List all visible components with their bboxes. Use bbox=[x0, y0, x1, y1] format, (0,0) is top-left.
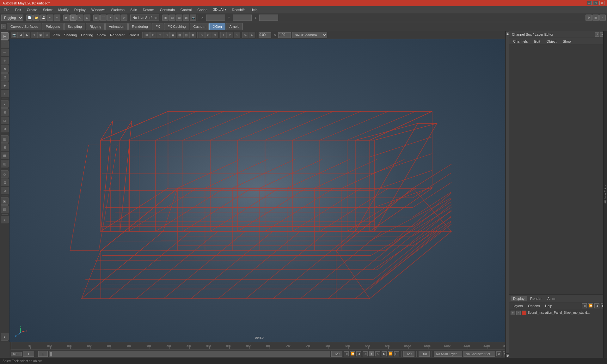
vp-iso3[interactable]: 3 bbox=[234, 32, 240, 38]
scale-btn[interactable]: ⊡ bbox=[84, 15, 90, 21]
scroll-down-btn[interactable]: ▼ bbox=[506, 354, 509, 357]
undo-btn[interactable]: ↩ bbox=[47, 15, 53, 21]
end-frame-input[interactable] bbox=[403, 351, 414, 357]
vp-icon-next[interactable]: ▶ bbox=[24, 32, 30, 38]
vp-btn6[interactable]: ▤ bbox=[177, 32, 183, 38]
layer-play-btn2[interactable]: ⏪ bbox=[588, 303, 593, 308]
render-btn[interactable]: ▣ bbox=[162, 15, 169, 21]
lasso-tool-btn[interactable]: ⌒ bbox=[1, 40, 9, 48]
panel-float-btn[interactable]: ↗ bbox=[595, 32, 599, 37]
universal-tool-btn[interactable]: ◈ bbox=[1, 82, 9, 89]
range-handle-left[interactable] bbox=[50, 352, 52, 356]
vp-btn2[interactable]: ⊟ bbox=[150, 32, 156, 38]
timeline-ruler[interactable]: 5 10 15 20 25 30 35 40 45 50 55 60 65 70… bbox=[11, 342, 508, 350]
menu-redshift[interactable]: Redshift bbox=[230, 7, 247, 12]
prev-frame-btn[interactable]: ⏪ bbox=[350, 351, 355, 356]
render1-btn[interactable]: ▣ bbox=[1, 197, 9, 205]
module-toggle[interactable]: ≡ bbox=[1, 24, 6, 29]
layer-tab-anim[interactable]: Anim bbox=[545, 296, 558, 301]
layer-playback-btn[interactable]: P bbox=[516, 311, 521, 315]
render2-btn2[interactable]: ▤ bbox=[1, 205, 9, 213]
snap-surface-btn2[interactable]: □ bbox=[1, 117, 9, 124]
tab-object[interactable]: Object bbox=[544, 39, 559, 44]
play-back-btn[interactable]: ◁ bbox=[363, 351, 368, 356]
snap-surface-btn[interactable]: □ bbox=[114, 15, 120, 21]
snap-grid-btn[interactable]: ⊞ bbox=[93, 15, 100, 21]
rewind-btn[interactable]: ⏮ bbox=[344, 351, 349, 356]
menu-windows[interactable]: Windows bbox=[89, 7, 108, 12]
anim-layer-select[interactable]: No Anim Layer bbox=[434, 351, 462, 357]
frame-input[interactable] bbox=[23, 351, 34, 357]
vp-menu-view[interactable]: View bbox=[51, 32, 62, 38]
menu-edit[interactable]: Edit bbox=[13, 7, 24, 12]
vp-cam1[interactable]: ◎ bbox=[242, 32, 248, 38]
rotate-tool-btn[interactable]: ↻ bbox=[1, 65, 9, 73]
settings-btn2[interactable]: ⊞ bbox=[592, 15, 599, 21]
minimize-button[interactable]: ─ bbox=[587, 1, 592, 5]
select-tool-btn[interactable]: ▶ bbox=[1, 32, 9, 40]
viewport-3d[interactable]: X Y Z persp bbox=[9, 39, 509, 342]
menu-skin[interactable]: Skin bbox=[128, 7, 139, 12]
menu-help[interactable]: Help bbox=[248, 7, 260, 12]
soft-mod-btn[interactable]: ○ bbox=[1, 90, 9, 97]
stop-btn[interactable]: ■ bbox=[369, 351, 374, 356]
range-start-input[interactable] bbox=[38, 351, 48, 357]
settings-btn3[interactable]: ≡ bbox=[599, 15, 606, 21]
open-btn[interactable]: 📂 bbox=[33, 15, 40, 21]
vp-input2[interactable] bbox=[278, 32, 291, 38]
vp-icon-light[interactable]: ☀ bbox=[44, 32, 50, 38]
layers-menu[interactable]: Layers bbox=[511, 303, 525, 309]
prev-key-btn[interactable]: ◀ bbox=[356, 351, 361, 356]
playback-range[interactable] bbox=[49, 351, 330, 357]
module-rendering[interactable]: Rendering bbox=[128, 23, 151, 30]
select-btn[interactable]: ▶ bbox=[63, 15, 70, 21]
play-fwd-btn[interactable]: ▷ bbox=[375, 351, 380, 356]
vp-menu-renderer[interactable]: Renderer bbox=[108, 32, 126, 38]
bottom-toggle[interactable]: ▾ bbox=[1, 333, 9, 341]
close-button[interactable]: ✕ bbox=[599, 1, 604, 5]
render4-btn[interactable]: ▩ bbox=[183, 15, 189, 21]
module-arnold[interactable]: Arnold bbox=[226, 23, 243, 30]
snap-pts-btn[interactable]: • bbox=[1, 100, 9, 108]
move-tool-btn[interactable]: ✛ bbox=[1, 57, 9, 64]
layer-play-btn3[interactable]: ◀ bbox=[594, 303, 599, 308]
menu-3dtoall[interactable]: 3DtoAll▾ bbox=[211, 7, 229, 12]
layout-btn[interactable]: ▦ bbox=[1, 135, 9, 143]
menu-control[interactable]: Control bbox=[178, 7, 194, 12]
scroll-track[interactable] bbox=[506, 35, 509, 353]
layer-tab-render[interactable]: Render bbox=[528, 296, 544, 301]
help-menu[interactable]: Help bbox=[543, 303, 554, 309]
vp-poly-btn[interactable]: ⊛ bbox=[205, 32, 212, 38]
cam-btn[interactable]: 📷 bbox=[190, 15, 196, 21]
mode-select[interactable]: Rigging bbox=[1, 15, 23, 21]
options-menu[interactable]: Options bbox=[526, 303, 542, 309]
y-field[interactable] bbox=[233, 15, 252, 21]
next-key-btn[interactable]: ▶ bbox=[382, 351, 387, 356]
module-fx-caching[interactable]: FX Caching bbox=[164, 23, 189, 30]
mel-label[interactable]: MEL bbox=[11, 352, 22, 356]
snap-grid-btn2[interactable]: ⊞ bbox=[1, 108, 9, 116]
snap-view-btn[interactable]: ◎ bbox=[121, 15, 127, 21]
module-custom[interactable]: Custom bbox=[190, 23, 209, 30]
vp-btn8[interactable]: ▦ bbox=[190, 32, 196, 38]
vp-icon-prev[interactable]: ◀ bbox=[17, 32, 24, 38]
menu-select[interactable]: Select bbox=[40, 7, 55, 12]
maximize-button[interactable]: □ bbox=[593, 1, 598, 5]
tab-edit[interactable]: Edit bbox=[531, 39, 543, 44]
scale-tool-btn[interactable]: ⊡ bbox=[1, 73, 9, 81]
render2-btn[interactable]: ▤ bbox=[169, 15, 175, 21]
anim-settings-btn[interactable]: ⚙ bbox=[496, 351, 501, 356]
vp-btn5[interactable]: ▣ bbox=[170, 32, 176, 38]
tab-show[interactable]: Show bbox=[560, 39, 574, 44]
vp-menu-panels[interactable]: Panels bbox=[127, 32, 141, 38]
save-btn[interactable]: 💾 bbox=[40, 15, 46, 21]
vp-input1[interactable] bbox=[259, 32, 271, 38]
menu-deform[interactable]: Deform bbox=[140, 7, 157, 12]
redo-btn[interactable]: ↪ bbox=[54, 15, 60, 21]
menu-file[interactable]: File bbox=[1, 7, 12, 12]
module-xgen[interactable]: XGen bbox=[209, 23, 225, 30]
module-fx[interactable]: FX bbox=[152, 23, 163, 30]
snap-point-btn[interactable]: • bbox=[107, 15, 113, 21]
extra1-btn[interactable]: ≡ bbox=[1, 216, 9, 223]
vp-cam2[interactable]: ◈ bbox=[249, 32, 255, 38]
